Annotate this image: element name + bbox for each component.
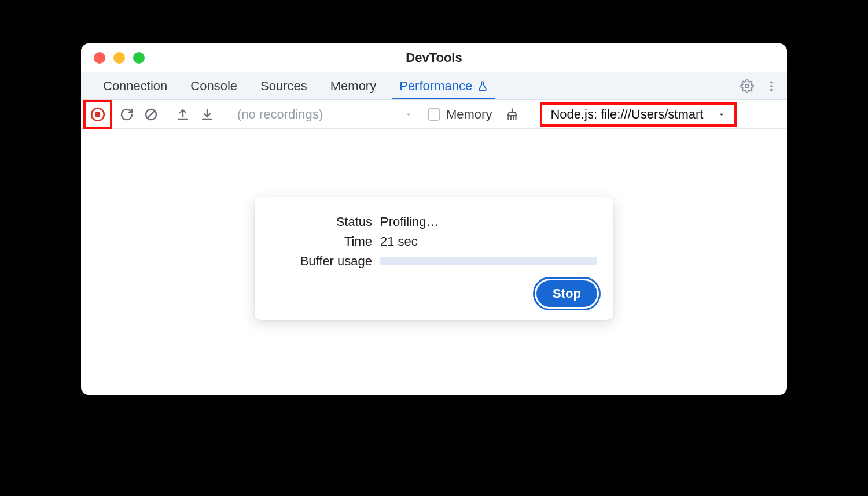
profiling-dialog: Status Profiling… Time 21 sec Buffer usa… [255,197,613,320]
performance-content: Status Profiling… Time 21 sec Buffer usa… [81,129,787,395]
tab-label: Connection [103,79,167,94]
traffic-lights [81,52,145,64]
tab-label: Performance [399,79,472,94]
svg-rect-5 [95,112,100,116]
status-value: Profiling… [380,214,597,230]
clear-button[interactable] [139,102,163,127]
time-value: 21 sec [380,234,597,249]
upload-icon [176,108,190,121]
tab-performance[interactable]: Performance [388,72,500,99]
buffer-label: Buffer usage [271,254,372,269]
target-dropdown[interactable]: Node.js: file:///Users/stmart [540,102,737,127]
tab-connection[interactable]: Connection [91,72,179,99]
stop-button-label: Stop [553,286,581,301]
window-title: DevTools [81,50,787,65]
tab-sources[interactable]: Sources [249,72,319,99]
download-icon [200,108,214,121]
tab-console[interactable]: Console [179,72,249,99]
tabstrip-right [726,72,787,99]
gear-icon [740,79,754,93]
highlight-record [83,100,112,129]
chevron-down-icon [404,110,413,119]
svg-line-7 [148,111,155,118]
download-profile-button[interactable] [195,102,219,127]
minimize-window-button[interactable] [113,52,125,64]
recordings-dropdown[interactable]: (no recordings) [227,107,420,122]
maximize-window-button[interactable] [133,52,145,64]
settings-button[interactable] [736,75,758,97]
divider [167,106,167,123]
buffer-usage-bar [380,257,597,265]
close-window-button[interactable] [94,52,105,64]
svg-point-0 [745,84,749,88]
divider [223,106,223,123]
divider [528,106,528,123]
titlebar: DevTools [81,43,787,72]
tab-label: Console [190,79,237,94]
tab-label: Sources [260,79,307,94]
time-label: Time [271,234,372,249]
performance-toolbar: (no recordings) Memory Node.js: file:///… [81,100,787,129]
divider [424,106,424,123]
collect-garbage-button[interactable] [500,102,524,127]
more-button[interactable] [760,75,782,97]
no-entry-icon [144,108,158,121]
memory-checkbox[interactable] [428,108,440,121]
record-button[interactable] [86,102,110,127]
reload-button[interactable] [115,102,139,127]
stop-button[interactable]: Stop [536,280,597,307]
flask-icon [477,80,488,92]
recordings-placeholder: (no recordings) [237,107,323,122]
divider [730,77,730,95]
target-selected-label: Node.js: file:///Users/stmart [550,107,703,122]
panel-tabstrip: Connection Console Sources Memory Perfor… [81,72,787,100]
svg-point-3 [770,88,773,91]
chevron-down-icon [717,110,726,119]
tab-memory[interactable]: Memory [319,72,388,99]
broom-icon [505,107,520,122]
dialog-grid: Status Profiling… Time 21 sec Buffer usa… [271,214,597,269]
dialog-actions: Stop [271,280,597,307]
reload-icon [120,108,134,121]
upload-profile-button[interactable] [171,102,195,127]
devtools-window: DevTools Connection Console Sources Memo… [81,43,787,395]
memory-checkbox-label: Memory [446,107,492,122]
tab-label: Memory [330,79,376,94]
record-stop-icon [90,107,105,122]
svg-point-1 [770,81,773,83]
vertical-dots-icon [765,80,778,92]
svg-point-2 [770,85,773,87]
status-label: Status [271,214,372,230]
